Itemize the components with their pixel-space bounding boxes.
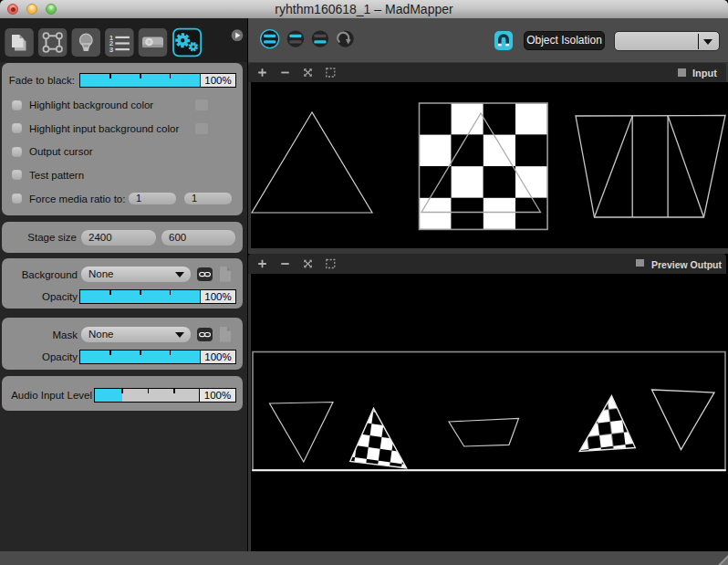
svg-text:3: 3 bbox=[109, 46, 114, 54]
